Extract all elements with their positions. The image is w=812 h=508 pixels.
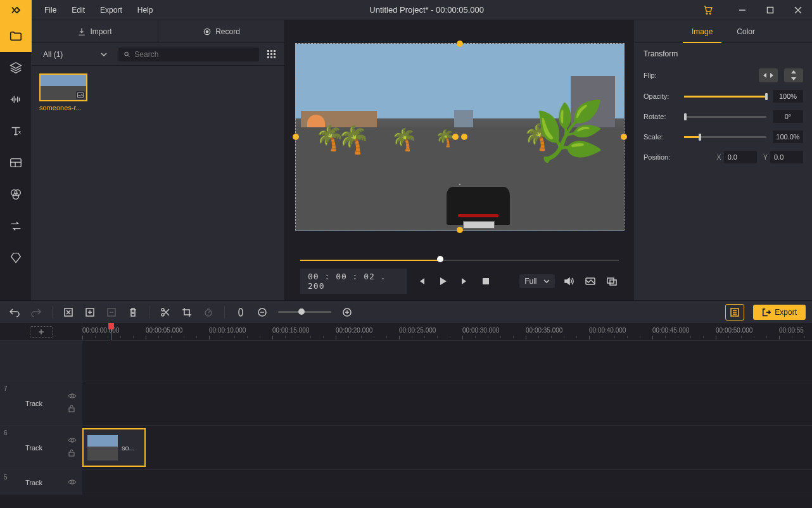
track-header[interactable]: 6 Track [0, 426, 82, 469]
track-number: 5 [4, 474, 8, 481]
media-filter-label: All (1) [43, 50, 63, 59]
resize-handle[interactable] [621, 134, 627, 140]
svg-rect-16 [267, 53, 269, 55]
aspect-select[interactable]: Full [519, 274, 554, 288]
prev-frame-button[interactable] [415, 274, 429, 289]
center-handle[interactable] [461, 134, 467, 140]
rail-templates[interactable] [0, 147, 32, 179]
flip-horizontal-button[interactable] [759, 68, 778, 82]
import-label: Import [90, 27, 111, 36]
track-number: 6 [4, 429, 8, 436]
zoom-slider[interactable] [278, 311, 331, 313]
resize-handle[interactable] [457, 41, 463, 47]
maximize-button[interactable] [756, 0, 784, 20]
resize-handle[interactable] [293, 134, 299, 140]
scale-value[interactable]: 100.0% [773, 130, 803, 143]
media-filter-select[interactable]: All (1) [38, 48, 112, 61]
snapshot-button[interactable] [583, 274, 597, 289]
opacity-slider[interactable] [684, 96, 766, 98]
svg-point-8 [15, 190, 20, 196]
playhead[interactable] [111, 323, 111, 340]
lock-icon[interactable] [68, 449, 77, 459]
track-header[interactable]: 7 Track [0, 381, 82, 425]
app-logo [0, 0, 32, 20]
scene-decoration: 🌴 [337, 124, 370, 155]
track-content[interactable] [82, 470, 812, 495]
next-frame-button[interactable] [457, 274, 471, 289]
grid-view-toggle[interactable] [265, 48, 278, 61]
scrubber-thumb[interactable] [437, 256, 443, 262]
track-content[interactable] [82, 381, 812, 425]
menu-help[interactable]: Help [131, 2, 160, 18]
stop-button[interactable] [479, 274, 493, 289]
rotate-slider[interactable] [684, 116, 766, 118]
scale-slider[interactable] [684, 136, 766, 138]
svg-rect-13 [267, 50, 269, 52]
image-badge-icon [76, 91, 85, 99]
preview-canvas[interactable]: 🌴 🌴 🌴 🌴 🌴 🌿 [295, 43, 625, 231]
shop-icon[interactable] [694, 0, 722, 20]
svg-rect-39 [69, 452, 74, 456]
visibility-icon[interactable] [68, 478, 77, 487]
delete-button[interactable] [125, 304, 141, 321]
media-item[interactable]: someones-r... [39, 73, 87, 111]
menu-file[interactable]: File [38, 2, 63, 18]
lock-icon[interactable] [68, 405, 77, 414]
rail-text[interactable] [0, 115, 32, 147]
svg-point-31 [162, 308, 164, 311]
visibility-icon[interactable] [68, 436, 77, 445]
rail-layers[interactable] [0, 52, 32, 84]
tab-color[interactable]: Color [734, 20, 758, 42]
track-header[interactable]: 5 Track [0, 470, 82, 495]
add-track-button[interactable] [30, 326, 53, 338]
volume-button[interactable] [562, 274, 576, 289]
rail-audio[interactable] [0, 84, 32, 115]
rail-media[interactable] [0, 20, 32, 52]
preview-scrubber[interactable] [300, 258, 619, 262]
rail-filters[interactable] [0, 179, 32, 210]
position-y-value[interactable]: 0.0 [770, 151, 803, 163]
tab-image[interactable]: Image [689, 20, 715, 42]
svg-rect-17 [270, 53, 272, 55]
rotate-value[interactable]: 0° [773, 110, 803, 123]
undo-button[interactable] [6, 304, 23, 321]
ruler-tick: 00:00:50.000 [716, 327, 752, 334]
mark-in-button[interactable] [60, 304, 77, 321]
rail-elements[interactable] [0, 242, 32, 274]
export-button[interactable]: Export [753, 305, 806, 320]
center-handle[interactable] [452, 134, 459, 140]
track-content[interactable]: so... [82, 426, 812, 469]
track-name: Track [5, 400, 63, 407]
svg-point-38 [71, 439, 73, 441]
clip-thumbnail [87, 435, 118, 460]
media-search[interactable] [118, 48, 259, 61]
timeline-ruler[interactable]: 00:00:00.00000:00:05.00000:00:10.00000:0… [82, 323, 812, 340]
resize-handle[interactable] [457, 227, 463, 233]
minimize-button[interactable] [728, 0, 756, 20]
flip-vertical-button[interactable] [784, 68, 803, 82]
media-search-input[interactable] [134, 50, 254, 59]
crop-button[interactable] [179, 304, 195, 321]
position-x-value[interactable]: 0.0 [724, 151, 757, 163]
scene-decoration: 🌿 [534, 98, 605, 165]
fullscreen-button[interactable] [605, 274, 619, 289]
window-title: Untitled Project* - 00:00:05.000 [159, 5, 694, 15]
add-marker-button[interactable] [82, 304, 98, 321]
import-button[interactable]: Import [32, 20, 158, 42]
opacity-value[interactable]: 100% [773, 90, 803, 103]
play-button[interactable] [436, 274, 450, 289]
split-button[interactable] [157, 304, 174, 321]
close-button[interactable] [784, 0, 812, 20]
menu-edit[interactable]: Edit [65, 2, 91, 18]
visibility-icon[interactable] [68, 392, 77, 401]
menu-export[interactable]: Export [94, 2, 129, 18]
track-content[interactable] [82, 341, 812, 381]
zoom-out-button[interactable] [254, 304, 270, 321]
snap-button[interactable] [232, 304, 249, 321]
rail-transitions[interactable] [0, 210, 32, 242]
timeline-clip[interactable]: so... [82, 428, 146, 467]
record-button[interactable]: Record [158, 20, 284, 42]
zoom-in-button[interactable] [339, 304, 355, 321]
export-settings-button[interactable] [725, 304, 744, 321]
scene-decoration: 🌴 [391, 127, 417, 152]
